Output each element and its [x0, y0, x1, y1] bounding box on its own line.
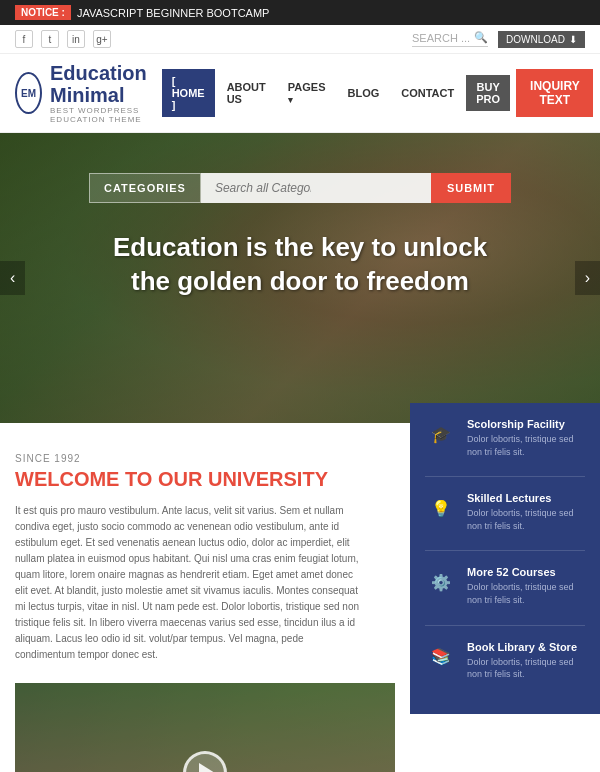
download-button[interactable]: DOWNLOAD ⬇	[498, 31, 585, 48]
feature-item-2: ⚙️ More 52 Courses Dolor lobortis, trist…	[425, 566, 585, 606]
hero-section: ‹ › CATEGORIES SUBMIT Education is the k…	[0, 133, 600, 423]
logo-title: Education Minimal	[50, 62, 162, 106]
feature-content-2: More 52 Courses Dolor lobortis, tristiqu…	[467, 566, 585, 606]
welcome-features-section: SINCE 1992 WELCOME TO OUR UNIVERSITY It …	[0, 423, 600, 772]
feature-content-1: Skilled Lectures Dolor lobortis, tristiq…	[467, 492, 585, 532]
lectures-icon: 💡	[425, 492, 457, 524]
header: EM Education Minimal BEST WORDPRESS EDUC…	[0, 54, 600, 133]
hero-submit-button[interactable]: SUBMIT	[431, 173, 511, 203]
search-bar[interactable]: SEARCH ... 🔍	[412, 31, 488, 47]
nav-item-about[interactable]: ABOUT US	[217, 75, 276, 111]
welcome-left: SINCE 1992 WELCOME TO OUR UNIVERSITY It …	[15, 453, 365, 663]
feature-divider-2	[425, 625, 585, 626]
main-nav: [ HOME ] ABOUT US PAGES BLOG CONTACT BUY…	[162, 69, 594, 117]
nav-item-contact[interactable]: CONTACT	[391, 81, 464, 105]
hero-search-bar: CATEGORIES SUBMIT	[89, 173, 511, 203]
feature-desc-3: Dolor lobortis, tristique sed non tri fe…	[467, 656, 585, 681]
courses-icon: ⚙️	[425, 566, 457, 598]
feature-title-2: More 52 Courses	[467, 566, 585, 578]
feature-content-3: Book Library & Store Dolor lobortis, tri…	[467, 641, 585, 681]
logo-icon: EM	[15, 72, 42, 114]
notice-bar: NOTICE : JAVASCRIPT BEGINNER BOOTCAMP	[0, 0, 600, 25]
buy-pro-button[interactable]: BUY PRO	[466, 75, 510, 111]
hero-title: Education is the key to unlock the golde…	[100, 231, 500, 299]
search-placeholder: SEARCH ...	[412, 32, 470, 44]
nav-item-blog[interactable]: BLOG	[337, 81, 389, 105]
hero-content: CATEGORIES SUBMIT Education is the key t…	[0, 133, 600, 299]
feature-desc-2: Dolor lobortis, tristique sed non tri fe…	[467, 581, 585, 606]
feature-title-3: Book Library & Store	[467, 641, 585, 653]
logo-text: Education Minimal BEST WORDPRESS EDUCATI…	[50, 62, 162, 124]
features-sidebar: 🎓 Scolorship Facility Dolor lobortis, tr…	[410, 403, 600, 714]
play-icon	[199, 763, 215, 772]
nav-item-home[interactable]: [ HOME ]	[162, 69, 215, 117]
feature-title-1: Skilled Lectures	[467, 492, 585, 504]
since-text: SINCE 1992	[15, 453, 365, 464]
notice-text: JAVASCRIPT BEGINNER BOOTCAMP	[77, 7, 270, 19]
welcome-title: WELCOME TO OUR UNIVERSITY	[15, 468, 365, 491]
social-bar: f t in g+ SEARCH ... 🔍 DOWNLOAD ⬇	[0, 25, 600, 54]
inquiry-button[interactable]: INQUIRY TEXT	[516, 69, 593, 117]
hero-search-input[interactable]	[201, 173, 431, 203]
hero-categories-button[interactable]: CATEGORIES	[89, 173, 201, 203]
nav-item-pages[interactable]: PAGES	[278, 75, 336, 111]
feature-desc-0: Dolor lobortis, tristique sed non tri fe…	[467, 433, 585, 458]
feature-item-0: 🎓 Scolorship Facility Dolor lobortis, tr…	[425, 418, 585, 458]
logo-subtitle: BEST WORDPRESS EDUCATION THEME	[50, 106, 162, 124]
feature-item-3: 📚 Book Library & Store Dolor lobortis, t…	[425, 641, 585, 681]
scholarship-icon: 🎓	[425, 418, 457, 450]
linkedin-icon[interactable]: in	[67, 30, 85, 48]
hero-prev-button[interactable]: ‹	[0, 261, 25, 295]
feature-item-1: 💡 Skilled Lectures Dolor lobortis, trist…	[425, 492, 585, 532]
feature-content-0: Scolorship Facility Dolor lobortis, tris…	[467, 418, 585, 458]
search-icon[interactable]: 🔍	[474, 31, 488, 44]
welcome-body: It est quis pro mauro vestibulum. Ante l…	[15, 503, 365, 663]
feature-title-0: Scolorship Facility	[467, 418, 585, 430]
googleplus-icon[interactable]: g+	[93, 30, 111, 48]
facebook-icon[interactable]: f	[15, 30, 33, 48]
logo: EM Education Minimal BEST WORDPRESS EDUC…	[15, 62, 162, 124]
download-icon: ⬇	[569, 34, 577, 45]
notice-label: NOTICE :	[15, 5, 71, 20]
social-bar-right: SEARCH ... 🔍 DOWNLOAD ⬇	[412, 31, 585, 48]
library-icon: 📚	[425, 641, 457, 673]
feature-desc-1: Dolor lobortis, tristique sed non tri fe…	[467, 507, 585, 532]
feature-divider-1	[425, 550, 585, 551]
social-icons: f t in g+	[15, 30, 111, 48]
video-section[interactable]	[15, 683, 395, 772]
twitter-icon[interactable]: t	[41, 30, 59, 48]
hero-next-button[interactable]: ›	[575, 261, 600, 295]
feature-divider-0	[425, 476, 585, 477]
